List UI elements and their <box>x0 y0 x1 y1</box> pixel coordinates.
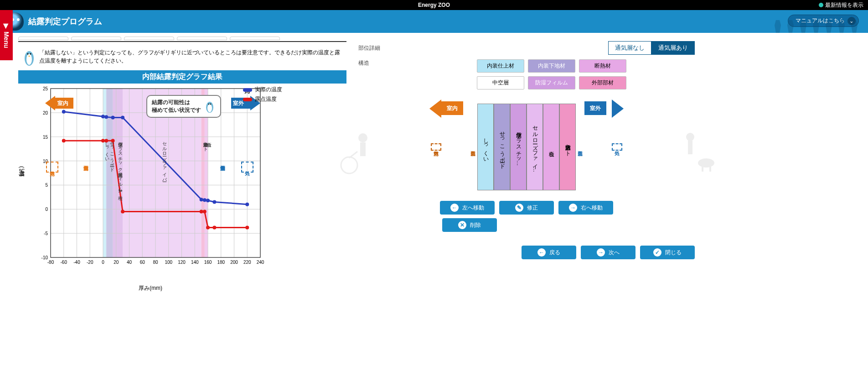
svg-point-79 <box>121 210 124 214</box>
svg-point-3 <box>30 53 31 55</box>
move-right-button[interactable]: →右へ移動 <box>558 201 613 215</box>
arrow-right-icon: → <box>569 204 577 212</box>
layer-actions: ←左へ移動 ✎修正 →右へ移動 <box>358 201 695 215</box>
tab[interactable] <box>230 37 280 40</box>
result-callout: 結露の可能性は 極めて低い状況です <box>146 95 221 118</box>
svg-point-80 <box>200 210 203 214</box>
delete-button[interactable]: ✕削除 <box>442 218 497 232</box>
wall-layer[interactable]: しっくい <box>477 104 494 190</box>
svg-point-94 <box>341 157 357 173</box>
y-axis-label: 温度(℃) <box>18 166 26 176</box>
chart-area: 温度(℃) 室内 室外 結露の可能性は 極めて低い状況です 室内空気 室内側表面… <box>18 84 346 284</box>
person-dog-outdoor-icon <box>677 129 718 174</box>
svg-text:-80: -80 <box>47 260 54 265</box>
wall-layer[interactable]: セルローズファイ… <box>527 104 543 190</box>
tabs-row <box>18 37 346 42</box>
svg-text:住宅用プラスチック系防湿フィルムA種: 住宅用プラスチック系防湿フィルムA種 <box>117 139 123 201</box>
with-vent-toggle[interactable]: 通気層あり <box>651 41 695 55</box>
svg-text:せっこうボード: せっこうボード <box>110 139 115 172</box>
outdoor-arrow: 室外 <box>584 101 612 115</box>
svg-text:100: 100 <box>165 260 172 265</box>
svg-point-98 <box>698 158 714 168</box>
svg-text:25: 25 <box>43 86 48 91</box>
person-indoor-icon <box>340 129 377 174</box>
svg-point-7 <box>208 104 209 105</box>
wall-layer[interactable]: 合板 <box>543 104 559 190</box>
category-chip[interactable]: 中空層 <box>477 76 524 89</box>
svg-point-68 <box>111 115 115 119</box>
chart-legend: 凡例 実際の温度 露点温度 <box>243 84 282 103</box>
svg-point-73 <box>212 200 216 204</box>
callout-text: 結露の可能性は 極めて低い状況です <box>152 99 201 114</box>
svg-point-96 <box>686 133 694 141</box>
svg-text:-5: -5 <box>44 231 48 236</box>
svg-text:-20: -20 <box>87 260 93 265</box>
svg-text:120: 120 <box>178 260 186 265</box>
edit-button[interactable]: ✎修正 <box>499 201 554 215</box>
tab[interactable] <box>18 37 68 40</box>
latest-info-label: 最新情報を表示 <box>825 1 863 9</box>
indoor-air-box: 室内空気 <box>431 143 441 151</box>
legend-item: 実際の温度 <box>243 86 282 94</box>
category-chip[interactable]: 内装下地材 <box>528 59 575 73</box>
close-button[interactable]: ✓閉じる <box>640 246 695 259</box>
tab[interactable] <box>124 37 174 40</box>
arrow-left-icon: ← <box>450 204 459 212</box>
app-header: 結露判定プログラム マニュアルはこちら ⌄ <box>0 10 868 33</box>
next-button[interactable]: →次へ <box>581 246 636 259</box>
svg-text:60: 60 <box>140 260 145 265</box>
svg-text:-40: -40 <box>73 260 80 265</box>
note-text: 「結露しない」という判定になっても、グラフがギリギリに近づいているところは要注意… <box>39 48 343 67</box>
legend-item: 露点温度 <box>243 95 282 103</box>
category-chip[interactable]: 外部部材 <box>579 76 626 89</box>
tab[interactable] <box>177 37 227 40</box>
menu-tab[interactable]: ▶ Menu <box>0 10 13 60</box>
category-chip[interactable]: 断熱材 <box>579 59 626 73</box>
svg-point-82 <box>206 225 210 229</box>
surface-air-in: 表面空気 <box>469 144 477 150</box>
svg-point-72 <box>206 199 210 202</box>
svg-text:0: 0 <box>45 207 48 212</box>
svg-text:240: 240 <box>257 260 264 265</box>
penguin-ok-icon <box>204 100 216 113</box>
category-chip[interactable]: 内装仕上材 <box>477 59 524 73</box>
svg-point-70 <box>200 198 203 201</box>
status-dot-icon <box>819 3 823 7</box>
topbar-status[interactable]: 最新情報を表示 <box>819 1 863 9</box>
close-icon: ✕ <box>458 221 466 229</box>
move-left-button[interactable]: ←左へ移動 <box>440 201 495 215</box>
svg-text:セルローズファイバー: セルローズファイバー <box>162 139 167 182</box>
layer-actions-2: ✕削除 <box>358 218 695 232</box>
svg-text:220: 220 <box>243 260 251 265</box>
wall-layer[interactable]: せっこうボード <box>494 104 510 190</box>
category-chip[interactable]: 防湿フィルム <box>528 76 575 89</box>
svg-text:180: 180 <box>217 260 225 265</box>
wall-layer[interactable]: 住宅用プラスチッ… <box>510 104 527 190</box>
menu-tab-label: Menu <box>3 31 10 48</box>
svg-text:40: 40 <box>127 260 132 265</box>
svg-point-92 <box>358 133 367 142</box>
no-vent-toggle[interactable]: 通気層なし <box>608 41 651 55</box>
indoor-arrow-label: 室内 <box>57 100 68 107</box>
back-button[interactable]: ←戻る <box>522 246 576 259</box>
wall-structure: 室内空気 室内 表面空気 しっくいせっこうボード住宅用プラスチッ…セルローズファ… <box>358 101 695 193</box>
svg-point-69 <box>121 115 124 119</box>
x-axis-label: 厚み(mm) <box>46 284 255 292</box>
check-icon: ✓ <box>653 248 661 257</box>
info-note: 「結露しない」という判定になっても、グラフがギリギリに近づいているところは要注意… <box>18 45 346 70</box>
triangle-icon: ▶ <box>3 22 10 30</box>
penguin-mascot-icon <box>22 48 36 67</box>
tab[interactable] <box>71 37 121 40</box>
outdoor-arrow-label: 室外 <box>233 100 244 107</box>
svg-point-71 <box>203 198 207 202</box>
svg-text:0: 0 <box>102 260 104 265</box>
arrow-left-icon: ← <box>537 248 546 257</box>
indoor-air-region: 室内空気 <box>46 162 58 173</box>
outdoor-arrow-label: 室外 <box>584 101 606 115</box>
category-row: 中空層 防湿フィルム 外部部材 <box>477 76 695 89</box>
wall-layer[interactable]: 透湿防水シート <box>559 104 576 190</box>
svg-line-95 <box>349 152 357 158</box>
outside-air-region: 外気 <box>241 162 253 173</box>
surface-air-out: 表面空気 <box>576 144 584 150</box>
svg-rect-97 <box>688 141 692 154</box>
